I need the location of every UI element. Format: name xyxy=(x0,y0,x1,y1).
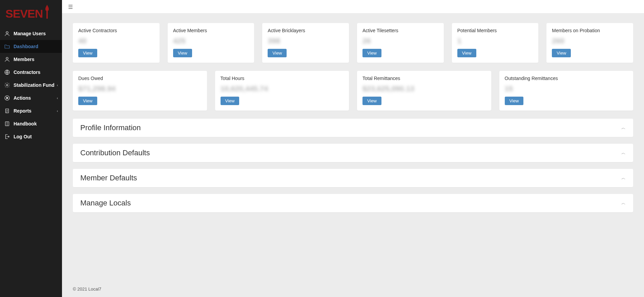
nav-label: Stabilization Fund xyxy=(14,82,55,88)
card-members-probation: Members on Probation 260 View xyxy=(546,23,633,63)
nav-contractors[interactable]: Contractors xyxy=(0,66,62,79)
footer-text: © 2021 Local7 xyxy=(73,286,101,292)
content: Active Contractors 40 View Active Member… xyxy=(62,14,644,284)
nav-manage-users[interactable]: Manage Users xyxy=(0,27,62,40)
card-value: $71,298.94 xyxy=(78,84,202,93)
nav-label: Dashboard xyxy=(14,44,38,49)
sidebar: SEVEN Manage Users Dashboard xyxy=(0,0,62,297)
view-button[interactable]: View xyxy=(78,49,97,57)
nav-label: Manage Users xyxy=(14,31,46,36)
panel-member-defaults: Member Defaults ︿ xyxy=(73,169,633,187)
menu-toggle-icon[interactable]: ☰ xyxy=(68,4,74,9)
nav-label: Log Out xyxy=(14,134,32,139)
card-title: Active Members xyxy=(173,28,249,33)
view-button[interactable]: View xyxy=(78,97,97,105)
svg-rect-0 xyxy=(46,11,48,19)
card-value: $23,625,090.13 xyxy=(362,84,486,93)
book-icon xyxy=(4,121,10,127)
chevron-left-icon: ‹ xyxy=(57,83,58,87)
clipboard-icon xyxy=(4,108,10,114)
nav-label: Members xyxy=(14,57,34,62)
card-total-remittances: Total Remittances $23,625,090.13 View xyxy=(357,71,491,111)
card-value: 40 xyxy=(78,37,154,45)
chevron-left-icon: ‹ xyxy=(57,96,58,100)
view-button[interactable]: View xyxy=(173,49,192,57)
card-title: Total Hours xyxy=(221,76,344,81)
nav-actions[interactable]: Actions ‹ xyxy=(0,92,62,104)
brand-name: SEVEN xyxy=(5,7,43,20)
stats-row-2: Dues Owed $71,298.94 View Total Hours 10… xyxy=(73,71,633,111)
panel-header[interactable]: Profile Information ︿ xyxy=(73,119,633,137)
card-title: Active Contractors xyxy=(78,28,154,33)
card-active-members: Active Members 425 View xyxy=(168,23,254,63)
nav-stabilization-fund[interactable]: Stabilization Fund ‹ xyxy=(0,79,62,92)
card-title: Dues Owed xyxy=(78,76,202,81)
card-outstanding-remittances: Outstanding Remittances 15 View xyxy=(499,71,633,111)
panel-contribution-defaults: Contribution Defaults ︿ xyxy=(73,144,633,162)
panel-header[interactable]: Contribution Defaults ︿ xyxy=(73,144,633,162)
card-active-tilesetters: Active Tilesetters 26 View xyxy=(357,23,444,63)
main-area: ☰ Active Contractors 40 View Active Memb… xyxy=(62,0,644,297)
card-value: 260 xyxy=(552,37,628,45)
nav-list: Manage Users Dashboard Members Contracto… xyxy=(0,27,62,143)
user-icon xyxy=(4,56,10,62)
nav-reports[interactable]: Reports ‹ xyxy=(0,104,62,117)
folder-icon xyxy=(4,43,10,50)
logout-icon xyxy=(4,134,10,140)
nav-label: Reports xyxy=(14,108,32,114)
card-total-hours: Total Hours 10,620,445.74 View xyxy=(215,71,349,111)
card-value: 15 xyxy=(505,84,628,93)
nav-members[interactable]: Members xyxy=(0,53,62,66)
nav-label: Contractors xyxy=(14,70,40,75)
chevron-up-icon: ︿ xyxy=(621,175,626,181)
card-title: Outstanding Remittances xyxy=(505,76,628,81)
nav-dashboard[interactable]: Dashboard xyxy=(0,40,62,53)
view-button[interactable]: View xyxy=(505,97,524,105)
brand-logo: SEVEN xyxy=(0,0,62,27)
card-dues-owed: Dues Owed $71,298.94 View xyxy=(73,71,207,111)
panel-header[interactable]: Member Defaults ︿ xyxy=(73,169,633,187)
card-value: 398 xyxy=(268,37,344,45)
card-title: Members on Probation xyxy=(552,28,628,33)
topbar: ☰ xyxy=(62,0,644,14)
play-icon xyxy=(4,95,10,101)
stats-row-1: Active Contractors 40 View Active Member… xyxy=(73,23,633,63)
view-button[interactable]: View xyxy=(362,49,381,57)
view-button[interactable]: View xyxy=(552,49,571,57)
panel-header[interactable]: Manage Locals ︿ xyxy=(73,194,633,212)
panel-title: Manage Locals xyxy=(80,199,131,207)
view-button[interactable]: View xyxy=(268,49,287,57)
card-value: 1 xyxy=(457,37,533,45)
chevron-left-icon: ‹ xyxy=(57,109,58,113)
chevron-up-icon: ︿ xyxy=(621,125,626,131)
view-button[interactable]: View xyxy=(457,49,476,57)
card-title: Active Bricklayers xyxy=(268,28,344,33)
panel-title: Member Defaults xyxy=(80,174,137,182)
panel-profile-information: Profile Information ︿ xyxy=(73,119,633,137)
chevron-up-icon: ︿ xyxy=(621,150,626,156)
svg-point-2 xyxy=(6,57,8,59)
nav-label: Actions xyxy=(14,95,31,101)
svg-point-4 xyxy=(6,84,8,86)
nav-handbook[interactable]: Handbook xyxy=(0,117,62,130)
footer: © 2021 Local7 xyxy=(62,284,644,297)
view-button[interactable]: View xyxy=(362,97,381,105)
gear-icon xyxy=(4,82,10,88)
card-title: Total Remittances xyxy=(362,76,486,81)
card-value: 10,620,445.74 xyxy=(221,84,344,93)
card-title: Active Tilesetters xyxy=(362,28,438,33)
nav-logout[interactable]: Log Out xyxy=(0,130,62,143)
view-button[interactable]: View xyxy=(221,97,240,105)
globe-icon xyxy=(4,69,10,75)
card-active-contractors: Active Contractors 40 View xyxy=(73,23,160,63)
card-title: Potential Members xyxy=(457,28,533,33)
user-icon xyxy=(4,31,10,37)
panel-title: Contribution Defaults xyxy=(80,148,150,157)
card-potential-members: Potential Members 1 View xyxy=(452,23,539,63)
chevron-up-icon: ︿ xyxy=(621,200,626,206)
svg-point-1 xyxy=(6,32,8,34)
torch-icon xyxy=(44,5,50,19)
panel-manage-locals: Manage Locals ︿ xyxy=(73,194,633,212)
card-active-bricklayers: Active Bricklayers 398 View xyxy=(262,23,349,63)
nav-label: Handbook xyxy=(14,121,37,126)
